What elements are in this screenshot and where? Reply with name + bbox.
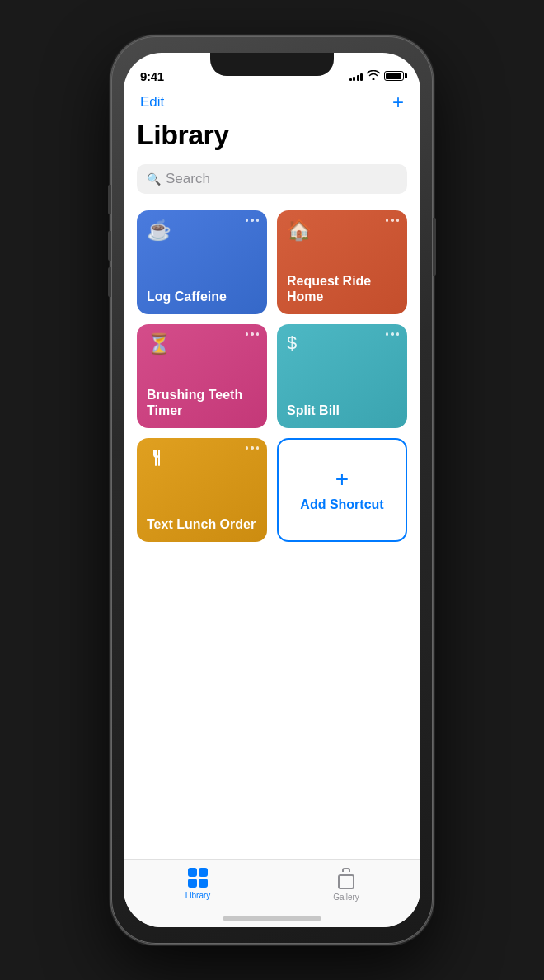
signal-bars-icon	[349, 72, 363, 81]
phone-frame: 9:41	[111, 36, 433, 944]
tab-library-label: Library	[185, 891, 211, 900]
signal-bar-1	[349, 78, 352, 81]
card-menu-request-ride[interactable]	[386, 219, 400, 222]
notch	[210, 53, 334, 76]
page-title: Library	[137, 119, 407, 151]
shortcuts-grid: ☕ Log Caffeine 🏠	[137, 210, 407, 542]
card-label-split-bill: Split Bill	[287, 403, 397, 418]
signal-bar-4	[360, 73, 363, 81]
fork-knife-icon	[147, 448, 166, 471]
search-placeholder: Search	[166, 171, 210, 187]
signal-bar-3	[357, 75, 359, 81]
status-icons	[349, 70, 405, 82]
tab-gallery[interactable]: Gallery	[272, 868, 420, 902]
card-add-shortcut[interactable]: + Add Shortcut	[277, 438, 407, 542]
tab-gallery-label: Gallery	[333, 893, 359, 902]
battery-icon	[384, 71, 404, 81]
card-label-text-lunch: Text Lunch Order	[147, 516, 257, 532]
status-time: 9:41	[140, 69, 164, 83]
library-grid-icon	[188, 868, 208, 888]
card-brushing-teeth-timer[interactable]: ⏳ Brushing Teeth Timer	[137, 324, 267, 428]
add-shortcut-label: Add Shortcut	[300, 497, 383, 512]
card-request-ride-home[interactable]: 🏠 Request Ride Home	[277, 210, 407, 314]
dollar-icon: $	[287, 334, 297, 352]
battery-fill	[386, 73, 401, 79]
card-menu-split-bill[interactable]	[386, 332, 400, 336]
add-button[interactable]: +	[392, 92, 404, 112]
timer-icon: ⏳	[147, 334, 171, 354]
card-menu-brushing-teeth[interactable]	[246, 332, 260, 336]
card-label-request-ride: Request Ride Home	[287, 273, 397, 304]
edit-button[interactable]: Edit	[140, 94, 164, 111]
home-icon: 🏠	[287, 220, 312, 240]
search-bar[interactable]: 🔍 Search	[137, 164, 407, 194]
card-label-log-caffeine: Log Caffeine	[147, 289, 257, 304]
card-text-lunch-order[interactable]: Text Lunch Order	[137, 438, 267, 542]
signal-bar-2	[353, 77, 355, 81]
search-icon: 🔍	[147, 172, 161, 186]
phone-screen: 9:41	[124, 53, 420, 927]
home-indicator	[223, 916, 321, 921]
tab-library[interactable]: Library	[124, 868, 272, 900]
nav-bar: Edit +	[124, 89, 420, 119]
gallery-icon	[337, 868, 355, 889]
coffee-icon: ☕	[147, 220, 171, 240]
card-menu-text-lunch[interactable]	[246, 446, 260, 450]
add-shortcut-plus-icon: +	[335, 468, 349, 491]
wifi-icon	[367, 70, 380, 82]
card-split-bill[interactable]: $ Split Bill	[277, 324, 407, 428]
content-area: Library 🔍 Search ☕ Log Caff	[124, 119, 420, 859]
card-label-brushing-teeth: Brushing Teeth Timer	[147, 387, 257, 418]
card-menu-log-caffeine[interactable]	[246, 219, 260, 222]
card-log-caffeine[interactable]: ☕ Log Caffeine	[137, 210, 267, 314]
